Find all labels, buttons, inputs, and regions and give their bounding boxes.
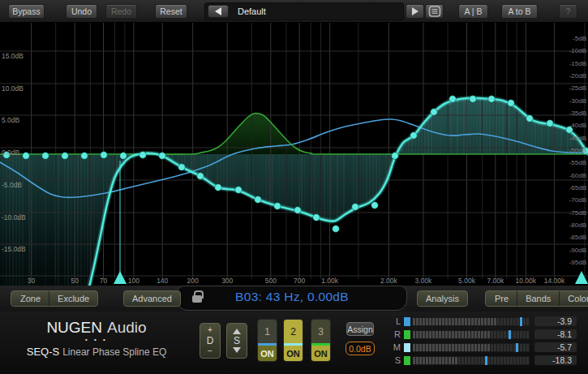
meter-channel-label: L bbox=[391, 316, 401, 326]
spline-control-dot[interactable] bbox=[371, 202, 379, 209]
spline-control-dot[interactable] bbox=[274, 203, 281, 210]
advanced-button[interactable]: Advanced bbox=[123, 290, 181, 307]
spline-control-dot[interactable] bbox=[392, 153, 399, 160]
meter-peak-marker bbox=[516, 343, 518, 352]
meter-row-s: S-18.3 bbox=[391, 355, 577, 365]
spline-control-dot[interactable] bbox=[333, 226, 340, 233]
assign-button[interactable]: Assign bbox=[346, 322, 374, 336]
svg-text:15.0dB: 15.0dB bbox=[2, 52, 24, 60]
eq-graph[interactable]: 15.0dB10.0dB5.0dB0.0dB-5.0dB-10.0dB-15.0… bbox=[0, 23, 588, 286]
band-readout: B03: 43 Hz, 0.00dB bbox=[177, 290, 407, 304]
band-on-toggle[interactable]: ON bbox=[311, 346, 330, 361]
play-icon bbox=[412, 7, 418, 15]
brand-logo: NUGENAudio bbox=[19, 319, 174, 337]
product-name: SEQ-SLinear Phase Spline EQ bbox=[19, 346, 174, 358]
spline-control-dot[interactable] bbox=[101, 152, 108, 159]
solo-spread-button[interactable]: S bbox=[226, 323, 247, 359]
svg-text:-30dB: -30dB bbox=[569, 97, 586, 105]
svg-text:10.00k: 10.00k bbox=[515, 277, 536, 285]
pre-bands-colors-group: Pre Bands Colors bbox=[485, 290, 588, 307]
meter-peak-marker bbox=[520, 317, 522, 326]
svg-text:-65dB: -65dB bbox=[569, 184, 586, 191]
footer-panel: NUGENAudio • • • SEQ-SLinear Phase Splin… bbox=[0, 312, 588, 374]
exclude-button[interactable]: Exclude bbox=[49, 291, 97, 306]
meter-input-chip bbox=[404, 343, 410, 352]
undo-button[interactable]: Undo bbox=[66, 4, 97, 19]
spline-control-dot[interactable] bbox=[526, 115, 534, 123]
product-desc: Linear Phase Spline EQ bbox=[62, 346, 166, 358]
down-triangle-icon bbox=[233, 347, 241, 353]
analysis-button[interactable]: Analysis bbox=[417, 290, 468, 307]
meter-peak-marker bbox=[485, 356, 487, 365]
meter-row-m: M-5.7 bbox=[391, 342, 577, 352]
band-3-button[interactable]: 3ON bbox=[311, 319, 331, 362]
spline-control-dot[interactable] bbox=[508, 100, 515, 107]
spline-control-dot[interactable] bbox=[431, 109, 438, 116]
meter-track bbox=[413, 317, 530, 326]
svg-text:3.00k: 3.00k bbox=[414, 277, 432, 285]
band-2-button[interactable]: 2ON bbox=[283, 319, 303, 362]
svg-text:-75dB: -75dB bbox=[569, 209, 586, 217]
preset-list-button[interactable] bbox=[425, 4, 444, 19]
preset-prev-button[interactable] bbox=[208, 5, 229, 18]
svg-text:70: 70 bbox=[100, 277, 108, 285]
reset-button[interactable]: Reset bbox=[155, 4, 187, 19]
svg-text:-10.0dB: -10.0dB bbox=[2, 213, 26, 221]
meter-value: -18.3 bbox=[534, 355, 577, 365]
spline-control-dot[interactable] bbox=[215, 184, 222, 191]
band-1-button[interactable]: 1ON bbox=[257, 319, 277, 362]
spline-control-dot[interactable] bbox=[410, 132, 418, 140]
spline-control-dot[interactable] bbox=[547, 120, 554, 127]
meter-row-r: R-8.1 bbox=[391, 329, 577, 339]
band-on-toggle[interactable]: ON bbox=[258, 346, 277, 361]
preset-name: Default bbox=[238, 6, 266, 16]
svg-text:30: 30 bbox=[28, 277, 36, 285]
spline-control-dot[interactable] bbox=[470, 96, 477, 103]
spline-control-dot[interactable] bbox=[178, 164, 186, 171]
spline-control-dot[interactable] bbox=[449, 96, 457, 103]
spline-control-dot[interactable] bbox=[235, 187, 242, 194]
meter-input-chip bbox=[404, 317, 410, 326]
colors-button[interactable]: Colors bbox=[559, 291, 588, 306]
bypass-button[interactable]: Bypass bbox=[8, 4, 45, 19]
pre-button[interactable]: Pre bbox=[486, 291, 517, 306]
spline-control-dot[interactable] bbox=[139, 152, 147, 159]
band-on-toggle[interactable]: ON bbox=[284, 346, 303, 361]
svg-text:-15.0dB: -15.0dB bbox=[2, 245, 26, 253]
spline-control-dot[interactable] bbox=[62, 153, 69, 160]
spline-control-dot[interactable] bbox=[488, 96, 496, 103]
spline-control-dot[interactable] bbox=[352, 204, 359, 211]
control-bar: Zone Exclude Advanced B03: 43 Hz, 0.00dB… bbox=[0, 286, 588, 312]
top-toolbar: Bypass Undo Redo Reset Default A | B A t… bbox=[0, 0, 588, 23]
spline-control-dot[interactable] bbox=[197, 173, 204, 180]
spline-control-dot[interactable] bbox=[81, 153, 88, 160]
zone-button[interactable]: Zone bbox=[11, 291, 49, 306]
svg-text:-10dB: -10dB bbox=[569, 47, 586, 54]
spline-control-dot[interactable] bbox=[159, 153, 166, 160]
svg-text:-20dB: -20dB bbox=[569, 72, 586, 80]
meter-input-chip bbox=[404, 330, 410, 339]
delta-mode-button[interactable]: + D − bbox=[200, 323, 221, 359]
svg-text:-95dB: -95dB bbox=[569, 259, 586, 266]
svg-text:-85dB: -85dB bbox=[569, 234, 586, 241]
meter-channel-label: R bbox=[391, 329, 401, 339]
spline-control-dot[interactable] bbox=[120, 153, 127, 160]
product-code: SEQ-S bbox=[27, 346, 59, 358]
spline-control-dot[interactable] bbox=[313, 214, 320, 221]
svg-text:10.0dB: 10.0dB bbox=[2, 84, 24, 92]
spline-control-dot[interactable] bbox=[294, 207, 302, 214]
redo-button[interactable]: Redo bbox=[105, 4, 137, 19]
preset-play-button[interactable] bbox=[406, 4, 424, 19]
spline-control-dot[interactable] bbox=[23, 153, 30, 160]
help-button[interactable]: ? bbox=[559, 4, 577, 19]
spline-control-dot[interactable] bbox=[42, 153, 49, 160]
svg-text:2.00k: 2.00k bbox=[380, 277, 398, 285]
a-to-b-button[interactable]: A to B bbox=[501, 4, 538, 19]
ab-compare-button[interactable]: A | B bbox=[458, 4, 488, 19]
meter-value: -5.7 bbox=[534, 342, 577, 352]
bands-button[interactable]: Bands bbox=[517, 291, 559, 306]
svg-text:-80dB: -80dB bbox=[569, 221, 586, 229]
solo-label: S bbox=[234, 336, 240, 346]
assign-value[interactable]: 0.0dB bbox=[346, 342, 375, 355]
spline-control-dot[interactable] bbox=[255, 196, 262, 204]
